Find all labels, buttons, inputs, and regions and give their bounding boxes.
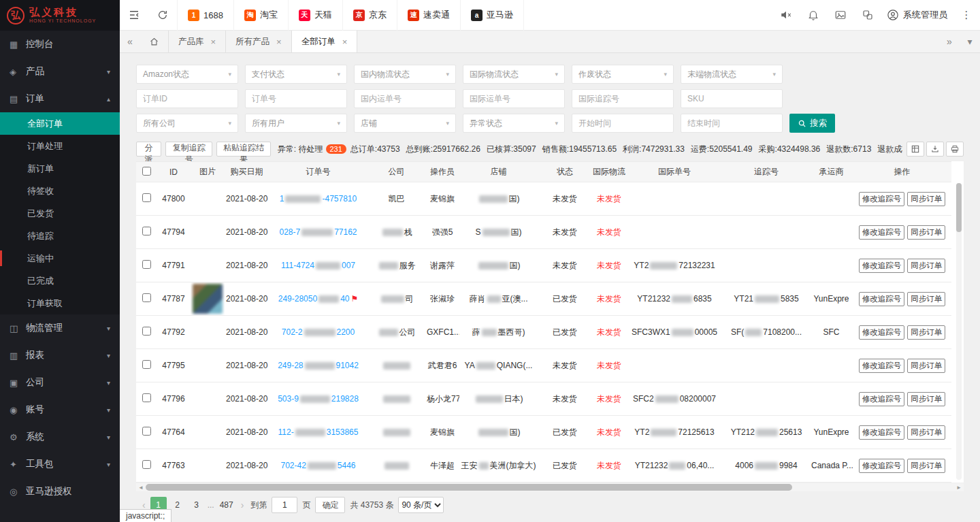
sync-order-button[interactable]: 同步订单 xyxy=(907,392,945,406)
close-icon[interactable]: × xyxy=(276,37,282,47)
cell-order-no[interactable]: 249-2891042 xyxy=(269,349,368,382)
filter-store-select[interactable]: 店铺▾ xyxy=(354,114,456,133)
cell-order-no[interactable]: 028-777162 xyxy=(269,216,368,249)
domestic-waybill-no-input[interactable] xyxy=(361,94,449,103)
close-icon[interactable]: × xyxy=(342,37,348,47)
sidebar-item-product[interactable]: ◈产品▾ xyxy=(0,58,120,85)
modify-tracking-button[interactable]: 修改追踪号 xyxy=(859,292,905,306)
row-checkbox[interactable] xyxy=(142,427,151,436)
modify-tracking-button[interactable]: 修改追踪号 xyxy=(859,259,905,273)
sidebar-item-amazon-auth[interactable]: ◎亚马逊授权 xyxy=(0,478,120,505)
scroll-tabs-left-icon[interactable]: « xyxy=(120,31,140,52)
filter-void-status-select[interactable]: 作废状态▾ xyxy=(572,65,674,84)
speaker-icon[interactable] xyxy=(772,0,800,31)
sync-order-button[interactable]: 同步订单 xyxy=(907,425,945,440)
row-checkbox[interactable] xyxy=(142,393,151,402)
confirm-button[interactable]: 确定 xyxy=(315,497,345,513)
platform-tab-1688[interactable]: 11688 xyxy=(177,0,233,31)
platform-tab-amazon[interactable]: a亚马逊 xyxy=(460,0,524,31)
modify-tracking-button[interactable]: 修改追踪号 xyxy=(859,359,905,373)
cell-order-no[interactable]: 249-2805040⚑ xyxy=(269,282,368,316)
row-checkbox[interactable] xyxy=(142,460,151,469)
sync-order-button[interactable]: 同步订单 xyxy=(907,325,945,340)
platform-tab-jd[interactable]: 京京东 xyxy=(342,0,397,31)
sidebar-item-console[interactable]: ▦控制台 xyxy=(0,31,120,58)
tab-all-orders[interactable]: 全部订单× xyxy=(292,31,358,52)
scroll-left-arrow-icon[interactable]: ◄ xyxy=(136,485,146,491)
vertical-scrollbar[interactable] xyxy=(956,183,962,480)
grid-icon[interactable] xyxy=(906,142,924,157)
row-checkbox[interactable] xyxy=(142,227,151,235)
apps-icon[interactable] xyxy=(854,0,881,31)
filter-exception-status-select[interactable]: 异常状态▾ xyxy=(463,114,565,133)
row-checkbox[interactable] xyxy=(142,293,151,302)
sidebar-item-reports[interactable]: ▥报表▾ xyxy=(0,342,120,369)
vertical-scroll-thumb[interactable] xyxy=(956,183,962,232)
filter-intl-logistics-status-select[interactable]: 国际物流状态▾ xyxy=(463,65,565,84)
cell-order-no[interactable]: 503-9219828 xyxy=(269,382,368,416)
filter-amazon-status-select[interactable]: Amazon状态▾ xyxy=(136,65,238,84)
sidebar-item-pending-receipt[interactable]: 待签收 xyxy=(0,180,120,202)
horizontal-scrollbar[interactable]: ◄ ► xyxy=(136,483,964,491)
page-button-487[interactable]: 487 xyxy=(217,497,236,513)
cell-order-no[interactable]: 1-4757810 xyxy=(269,182,368,216)
sidebar-item-shipped[interactable]: 已发货 xyxy=(0,202,120,225)
collapse-menu-icon[interactable] xyxy=(120,0,148,31)
sidebar-item-order-fetch[interactable]: 订单获取 xyxy=(0,292,120,314)
horizontal-scroll-thumb[interactable] xyxy=(146,484,792,491)
sync-order-button[interactable]: 同步订单 xyxy=(907,459,945,473)
sync-order-button[interactable]: 同步订单 xyxy=(907,225,945,240)
goto-page-input[interactable] xyxy=(272,497,297,513)
sidebar-item-in-transit[interactable]: 运输中 xyxy=(0,247,120,270)
sidebar-item-account[interactable]: ◉账号▾ xyxy=(0,396,120,423)
row-checkbox[interactable] xyxy=(142,327,151,336)
sync-order-button[interactable]: 同步订单 xyxy=(907,192,945,206)
modify-tracking-button[interactable]: 修改追踪号 xyxy=(859,459,905,473)
sidebar-item-logistics[interactable]: ◫物流管理▾ xyxy=(0,314,120,342)
cell-order-no[interactable]: 112-3153865 xyxy=(269,416,368,449)
refresh-icon[interactable] xyxy=(148,0,177,31)
sidebar-item-toolkit[interactable]: ✦工具包▾ xyxy=(0,451,120,478)
tab-home[interactable] xyxy=(140,31,169,52)
sidebar-item-order-processing[interactable]: 订单处理 xyxy=(0,135,120,157)
modify-tracking-button[interactable]: 修改追踪号 xyxy=(859,392,905,406)
image-icon[interactable] xyxy=(827,0,854,31)
start-time-input[interactable] xyxy=(578,118,667,128)
page-button-3[interactable]: 3 xyxy=(189,497,205,513)
end-time-input[interactable] xyxy=(687,118,776,128)
sidebar-item-company[interactable]: ▣公司▾ xyxy=(0,369,120,396)
copy-tracking-button[interactable]: 复制追踪号 xyxy=(165,142,212,157)
export-icon[interactable] xyxy=(926,142,944,157)
cell-order-no[interactable]: 702-22200 xyxy=(269,316,368,349)
user-menu[interactable]: 系统管理员 xyxy=(881,9,953,21)
modify-tracking-button[interactable]: 修改追踪号 xyxy=(859,325,905,340)
modify-tracking-button[interactable]: 修改追踪号 xyxy=(859,192,905,206)
close-icon[interactable]: × xyxy=(211,37,216,47)
scroll-tabs-right-icon[interactable]: » xyxy=(939,31,960,52)
sync-order-button[interactable]: 同步订单 xyxy=(907,359,945,373)
platform-tab-tmall[interactable]: 天天猫 xyxy=(288,0,342,31)
platform-tab-taobao[interactable]: 淘淘宝 xyxy=(233,0,288,31)
order-no-input[interactable] xyxy=(252,94,340,103)
print-icon[interactable] xyxy=(946,142,964,157)
filter-domestic-logistics-status-select[interactable]: 国内物流状态▾ xyxy=(354,65,456,84)
search-button[interactable]: 搜索 xyxy=(789,114,835,133)
tab-menu-icon[interactable]: ▾ xyxy=(960,31,980,52)
tab-all-products[interactable]: 所有产品× xyxy=(226,31,292,52)
order-id-input[interactable] xyxy=(143,94,231,103)
sync-order-button[interactable]: 同步订单 xyxy=(907,292,945,306)
dispatch-button[interactable]: 分派 xyxy=(136,142,161,157)
modify-tracking-button[interactable]: 修改追踪号 xyxy=(859,225,905,240)
product-image[interactable] xyxy=(193,284,223,314)
horizontal-scroll-track[interactable] xyxy=(146,484,954,491)
sidebar-item-all-orders[interactable]: 全部订单 xyxy=(0,112,120,135)
sync-order-button[interactable]: 同步订单 xyxy=(907,259,945,273)
next-page-icon[interactable]: › xyxy=(239,500,246,510)
sidebar-item-new-orders[interactable]: 新订单 xyxy=(0,157,120,180)
filter-company-select[interactable]: 所有公司▾ xyxy=(136,114,238,133)
sidebar-item-order[interactable]: ▤订单▴ xyxy=(0,85,120,112)
row-checkbox[interactable] xyxy=(142,193,151,202)
paste-tracking-result-button[interactable]: 粘贴追踪结果 xyxy=(216,142,271,157)
more-icon[interactable]: ⋮ xyxy=(953,0,980,31)
filter-last-mile-status-select[interactable]: 末端物流状态▾ xyxy=(681,65,783,84)
